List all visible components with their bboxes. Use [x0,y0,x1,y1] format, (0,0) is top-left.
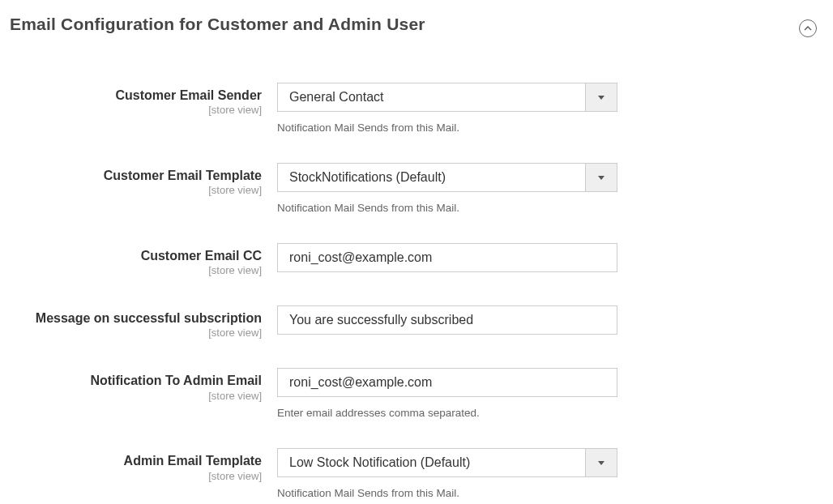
field-note: Enter email addresses comma separated. [277,407,823,419]
field-label: Customer Email Template [10,168,262,183]
message-successful-subscription-input[interactable] [277,305,617,335]
field-control-col: Low Stock Notification (Default) Notific… [277,448,823,499]
field-label-col: Customer Email CC [store view] [10,243,277,276]
field-label-col: Admin Email Template [store view] [10,448,277,481]
section-header: Email Configuration for Customer and Adm… [10,15,823,34]
customer-email-template-select[interactable]: StockNotifications (Default) [277,163,617,192]
admin-email-template-select[interactable]: Low Stock Notification (Default) [277,448,617,477]
notification-to-admin-email-input[interactable] [277,368,617,397]
select-value: StockNotifications (Default) [277,163,617,192]
field-label-col: Customer Email Template [store view] [10,163,277,196]
field-note: Notification Mail Sends from this Mail. [277,122,823,134]
customer-email-cc-input[interactable] [277,243,617,272]
field-scope: [store view] [10,264,262,276]
chevron-up-icon [804,26,812,31]
field-customer-email-cc: Customer Email CC [store view] [10,243,823,276]
field-admin-email-template: Admin Email Template [store view] Low St… [10,448,823,499]
field-message-successful-subscription: Message on successful subscription [stor… [10,305,823,339]
field-label-col: Message on successful subscription [stor… [10,305,277,339]
field-label-col: Notification To Admin Email [store view] [10,368,277,401]
field-control-col [277,305,823,335]
field-control-col: General Contact Notification Mail Sends … [277,83,823,134]
field-label: Customer Email CC [10,248,262,263]
field-control-col: Enter email addresses comma separated. [277,368,823,419]
field-customer-email-sender: Customer Email Sender [store view] Gener… [10,83,823,134]
field-control-col [277,243,823,272]
field-notification-to-admin-email: Notification To Admin Email [store view]… [10,368,823,419]
field-note: Notification Mail Sends from this Mail. [277,202,823,214]
customer-email-sender-select[interactable]: General Contact [277,83,617,112]
field-customer-email-template: Customer Email Template [store view] Sto… [10,163,823,214]
field-label: Message on successful subscription [10,310,262,326]
section-title: Email Configuration for Customer and Adm… [10,15,823,34]
select-value: Low Stock Notification (Default) [277,448,617,477]
field-scope: [store view] [10,327,262,339]
field-scope: [store view] [10,470,262,482]
field-scope: [store view] [10,390,262,402]
field-note: Notification Mail Sends from this Mail. [277,487,823,499]
field-label-col: Customer Email Sender [store view] [10,83,277,116]
field-scope: [store view] [10,184,262,196]
field-label: Notification To Admin Email [10,373,262,388]
field-scope: [store view] [10,104,262,116]
field-label: Customer Email Sender [10,88,262,103]
select-value: General Contact [277,83,617,112]
field-control-col: StockNotifications (Default) Notificatio… [277,163,823,214]
collapse-toggle[interactable] [799,19,817,37]
field-label: Admin Email Template [10,453,262,468]
